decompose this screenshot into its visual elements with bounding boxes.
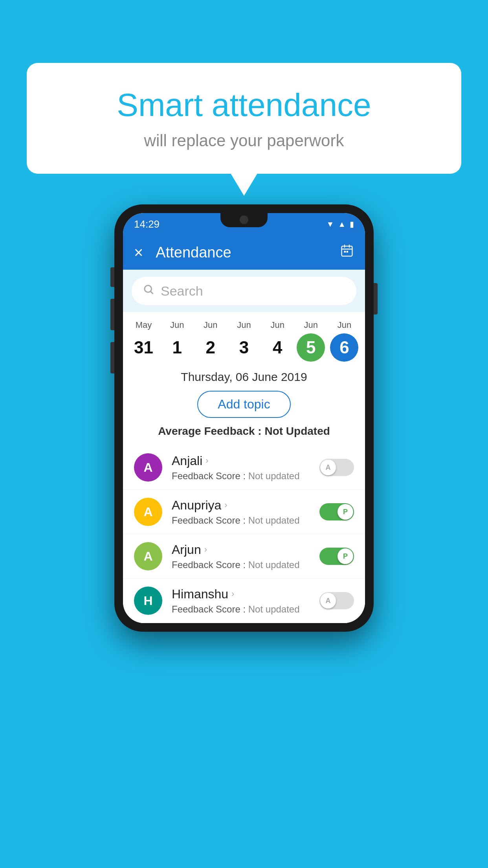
search-bar[interactable]: Search xyxy=(132,277,356,305)
student-feedback-2: Feedback Score : Not updated xyxy=(172,559,319,570)
calendar-day-5[interactable]: Jun 5 xyxy=(294,320,328,362)
add-topic-button[interactable]: Add topic xyxy=(197,391,290,418)
student-feedback-3: Feedback Score : Not updated xyxy=(172,604,319,615)
phone-notch xyxy=(220,213,268,227)
student-name-3[interactable]: Himanshu › xyxy=(172,587,319,601)
cal-date: 3 xyxy=(230,333,258,362)
student-item-2: A Arjun › Feedback Score : Not updated P xyxy=(123,534,365,579)
date-label: Thursday, 06 June 2019 xyxy=(123,362,365,388)
cal-month: Jun xyxy=(194,320,227,330)
avatar-2: A xyxy=(134,542,162,570)
status-time: 14:29 xyxy=(134,218,160,230)
student-feedback-1: Feedback Score : Not updated xyxy=(172,515,319,526)
avg-feedback-value: Not Updated xyxy=(264,425,330,437)
calendar-day-6[interactable]: Jun 6 xyxy=(328,320,361,362)
attendance-toggle-3[interactable]: A xyxy=(319,592,354,609)
add-topic-container: Add topic xyxy=(123,388,365,425)
battery-icon: ▮ xyxy=(350,219,354,229)
calendar-day-0[interactable]: May 31 xyxy=(127,320,160,362)
chevron-icon-3: › xyxy=(231,589,234,599)
close-button[interactable]: × xyxy=(134,244,143,261)
avatar-3: H xyxy=(134,587,162,615)
avg-feedback-label: Average Feedback : xyxy=(158,425,262,437)
attendance-toggle-1[interactable]: P xyxy=(319,503,354,520)
cal-month: Jun xyxy=(160,320,194,330)
student-info-0: Anjali › Feedback Score : Not updated xyxy=(172,454,319,482)
student-info-3: Himanshu › Feedback Score : Not updated xyxy=(172,587,319,615)
attendance-toggle-0[interactable]: A xyxy=(319,459,354,476)
volume-down-button xyxy=(110,342,114,373)
wifi-icon: ▼ xyxy=(326,220,334,229)
search-placeholder: Search xyxy=(161,283,203,299)
svg-rect-2 xyxy=(347,251,349,253)
phone-container: 14:29 ▼ ▲ ▮ × Attendance xyxy=(114,204,374,632)
phone-screen: 14:29 ▼ ▲ ▮ × Attendance xyxy=(123,213,365,623)
calendar-row: May 31 Jun 1 Jun 2 Jun 3 Jun 4 Jun 5 Jun… xyxy=(123,312,365,362)
cal-date: 2 xyxy=(196,333,225,362)
front-camera xyxy=(240,215,248,224)
calendar-day-2[interactable]: Jun 2 xyxy=(194,320,227,362)
avg-feedback: Average Feedback : Not Updated xyxy=(123,425,365,445)
attendance-toggle-2[interactable]: P xyxy=(319,548,354,565)
student-name-1[interactable]: Anupriya › xyxy=(172,498,319,513)
signal-icon: ▲ xyxy=(338,220,346,229)
speech-bubble-container: Smart attendance will replace your paper… xyxy=(27,63,461,174)
student-name-0[interactable]: Anjali › xyxy=(172,454,319,468)
search-icon xyxy=(143,283,154,298)
calendar-day-3[interactable]: Jun 3 xyxy=(227,320,261,362)
student-info-2: Arjun › Feedback Score : Not updated xyxy=(172,542,319,570)
cal-month: Jun xyxy=(261,320,294,330)
bubble-subtitle: will replace your paperwork xyxy=(58,131,430,150)
toggle-knob-1: P xyxy=(338,504,353,520)
student-item-1: A Anupriya › Feedback Score : Not update… xyxy=(123,490,365,534)
svg-rect-1 xyxy=(344,251,346,253)
app-title: Attendance xyxy=(156,244,340,261)
phone-outer: 14:29 ▼ ▲ ▮ × Attendance xyxy=(114,204,374,632)
student-item-3: H Himanshu › Feedback Score : Not update… xyxy=(123,579,365,623)
volume-up-button xyxy=(110,299,114,330)
cal-month: Jun xyxy=(328,320,361,330)
student-item-0: A Anjali › Feedback Score : Not updated … xyxy=(123,445,365,490)
app-bar: × Attendance xyxy=(123,235,365,270)
cal-date: 5 xyxy=(297,333,325,362)
bubble-title: Smart attendance xyxy=(58,86,430,123)
chevron-icon-0: › xyxy=(205,456,208,466)
status-icons: ▼ ▲ ▮ xyxy=(326,219,354,229)
chevron-icon-1: › xyxy=(224,500,227,510)
cal-month: May xyxy=(127,320,160,330)
cal-date: 4 xyxy=(263,333,292,362)
cal-date: 6 xyxy=(330,333,358,362)
student-feedback-0: Feedback Score : Not updated xyxy=(172,471,319,482)
power-button xyxy=(374,283,378,314)
avatar-0: A xyxy=(134,453,162,482)
calendar-day-4[interactable]: Jun 4 xyxy=(261,320,294,362)
mute-button xyxy=(110,267,114,287)
student-list: A Anjali › Feedback Score : Not updated … xyxy=(123,445,365,623)
chevron-icon-2: › xyxy=(204,544,207,555)
student-info-1: Anupriya › Feedback Score : Not updated xyxy=(172,498,319,526)
cal-date: 1 xyxy=(163,333,191,362)
cal-date: 31 xyxy=(130,333,158,362)
avatar-1: A xyxy=(134,498,162,526)
speech-bubble: Smart attendance will replace your paper… xyxy=(27,63,461,174)
toggle-knob-3: A xyxy=(320,593,336,609)
cal-month: Jun xyxy=(294,320,328,330)
cal-month: Jun xyxy=(227,320,261,330)
search-bar-container: Search xyxy=(123,270,365,312)
calendar-day-1[interactable]: Jun 1 xyxy=(160,320,194,362)
toggle-knob-0: A xyxy=(320,460,336,475)
toggle-knob-2: P xyxy=(338,548,353,564)
student-name-2[interactable]: Arjun › xyxy=(172,542,319,557)
calendar-icon[interactable] xyxy=(340,244,354,261)
